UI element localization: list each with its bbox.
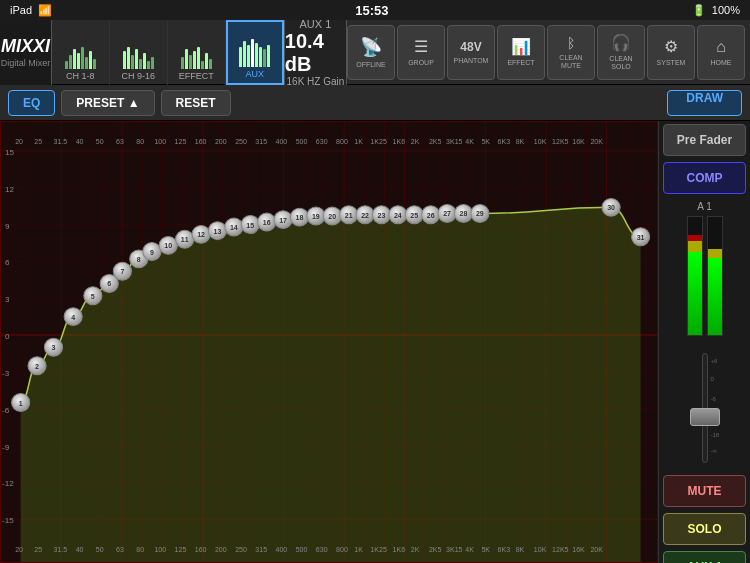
fader-handle[interactable] bbox=[690, 408, 720, 426]
logo-subtitle: Digital Mixer bbox=[1, 58, 51, 68]
fader-track-container[interactable]: +6 0 -6 -12 -18 -∞ bbox=[680, 348, 730, 468]
comp-label: COMP bbox=[687, 171, 723, 185]
svg-text:7: 7 bbox=[120, 268, 124, 275]
status-left: iPad 📶 bbox=[10, 4, 52, 17]
tab-aux[interactable]: AUX bbox=[226, 20, 284, 85]
fader-tick-top: +6 bbox=[711, 358, 718, 364]
svg-text:1K6: 1K6 bbox=[393, 546, 406, 553]
svg-text:1: 1 bbox=[19, 400, 23, 407]
svg-text:25: 25 bbox=[34, 546, 42, 553]
svg-text:25: 25 bbox=[410, 212, 418, 219]
tab-effect[interactable]: EFFECT bbox=[168, 20, 226, 85]
preset-btn[interactable]: PRESET ▲ bbox=[61, 90, 154, 116]
headphone-btn[interactable]: 🎧 CLEANSOLO bbox=[597, 25, 645, 80]
svg-text:12: 12 bbox=[197, 231, 205, 238]
group-btn[interactable]: ☰ GROUP bbox=[397, 25, 445, 80]
logo-section: MIXXI Digital Mixer bbox=[0, 20, 52, 85]
svg-text:250: 250 bbox=[235, 546, 247, 553]
svg-text:1K: 1K bbox=[354, 138, 363, 145]
svg-text:24: 24 bbox=[394, 212, 402, 219]
effect-btn[interactable]: 📊 EFFECT bbox=[497, 25, 545, 80]
reset-btn[interactable]: RESET bbox=[161, 90, 231, 116]
svg-text:1K6: 1K6 bbox=[393, 138, 406, 145]
svg-text:20K: 20K bbox=[590, 138, 603, 145]
system-label: SYSTEM bbox=[657, 59, 686, 67]
aux-sub: 16K HZ Gain bbox=[287, 76, 345, 87]
fader-tick-inf: -∞ bbox=[711, 448, 717, 454]
svg-text:25: 25 bbox=[34, 138, 42, 145]
tab-ch9-16[interactable]: CH 9-16 bbox=[110, 20, 168, 85]
bt-icon: ᛒ bbox=[567, 35, 575, 51]
bt-btn[interactable]: ᛒ CLEANMUTE bbox=[547, 25, 595, 80]
svg-text:23: 23 bbox=[378, 212, 386, 219]
svg-text:160: 160 bbox=[195, 138, 207, 145]
mute-label: MUTE bbox=[688, 484, 722, 498]
offline-btn[interactable]: 📡 OFFLINE bbox=[347, 25, 395, 80]
svg-text:10K: 10K bbox=[534, 138, 547, 145]
svg-text:31.5: 31.5 bbox=[53, 138, 67, 145]
tab-ch1-8[interactable]: CH 1-8 bbox=[52, 20, 110, 85]
offline-icon: 📡 bbox=[360, 36, 382, 58]
svg-text:10: 10 bbox=[164, 242, 172, 249]
phantom-btn[interactable]: 48V PHANTOM bbox=[447, 25, 495, 80]
svg-text:12: 12 bbox=[5, 185, 15, 194]
svg-text:16: 16 bbox=[263, 219, 271, 226]
svg-text:4K: 4K bbox=[465, 138, 474, 145]
draw-btn[interactable]: DRAW bbox=[667, 90, 742, 116]
svg-text:800: 800 bbox=[336, 138, 348, 145]
svg-text:30: 30 bbox=[607, 204, 615, 211]
svg-text:20: 20 bbox=[15, 138, 23, 145]
effect-label: EFFECT bbox=[507, 59, 534, 67]
tab-aux-label: AUX bbox=[246, 69, 265, 79]
svg-text:125: 125 bbox=[175, 138, 187, 145]
comp-btn[interactable]: COMP bbox=[663, 162, 746, 194]
fader-tick-m6: -6 bbox=[711, 396, 716, 402]
svg-text:5K: 5K bbox=[481, 138, 490, 145]
svg-text:-3: -3 bbox=[2, 369, 10, 378]
home-btn[interactable]: ⌂ HOME bbox=[697, 25, 745, 80]
svg-text:6: 6 bbox=[107, 280, 111, 287]
group-label: GROUP bbox=[408, 59, 434, 67]
svg-text:4K: 4K bbox=[465, 546, 474, 553]
svg-text:2K5: 2K5 bbox=[429, 138, 442, 145]
svg-text:31: 31 bbox=[637, 234, 645, 241]
eq-label: EQ bbox=[23, 96, 40, 110]
aux1-btn[interactable]: AUX 1 bbox=[663, 551, 746, 563]
home-label: HOME bbox=[711, 59, 732, 67]
svg-text:20: 20 bbox=[328, 213, 336, 220]
fader-section: +6 0 -6 -12 -18 -∞ bbox=[659, 344, 750, 472]
system-btn[interactable]: ⚙ SYSTEM bbox=[647, 25, 695, 80]
aux-db: 10.4 dB bbox=[285, 30, 346, 76]
svg-text:200: 200 bbox=[215, 546, 227, 553]
svg-text:2K: 2K bbox=[411, 138, 420, 145]
svg-text:12K5: 12K5 bbox=[552, 546, 569, 553]
svg-text:2: 2 bbox=[35, 363, 39, 370]
solo-btn[interactable]: SOLO bbox=[663, 513, 746, 545]
mute-btn[interactable]: MUTE bbox=[663, 475, 746, 507]
draw-label: DRAW bbox=[686, 91, 723, 105]
tab-ch9-16-label: CH 9-16 bbox=[122, 71, 156, 81]
vu-meter-1: + 6 3 0 - -6 ∞ bbox=[687, 216, 703, 336]
svg-text:400: 400 bbox=[276, 138, 288, 145]
svg-text:3K15: 3K15 bbox=[446, 546, 463, 553]
svg-text:250: 250 bbox=[235, 138, 247, 145]
aux-title: AUX 1 bbox=[300, 18, 332, 30]
svg-text:29: 29 bbox=[476, 211, 484, 218]
svg-text:2K: 2K bbox=[411, 546, 420, 553]
wifi-icon: 📶 bbox=[38, 4, 52, 17]
svg-text:-15: -15 bbox=[2, 516, 14, 525]
svg-text:31.5: 31.5 bbox=[53, 546, 67, 553]
svg-text:8: 8 bbox=[137, 256, 141, 263]
svg-text:21: 21 bbox=[345, 212, 353, 219]
offline-label: OFFLINE bbox=[356, 61, 386, 69]
svg-text:11: 11 bbox=[181, 236, 189, 243]
svg-text:100: 100 bbox=[154, 138, 166, 145]
svg-text:63: 63 bbox=[116, 546, 124, 553]
eq-btn[interactable]: EQ bbox=[8, 90, 55, 116]
svg-text:-9: -9 bbox=[2, 443, 10, 452]
svg-text:28: 28 bbox=[460, 211, 468, 218]
eq-chart-area[interactable]: 1234567891011121314151617181920212223242… bbox=[0, 121, 658, 563]
status-bar: iPad 📶 15:53 🔋 100% bbox=[0, 0, 750, 20]
svg-text:15: 15 bbox=[5, 148, 15, 157]
pre-fader-btn[interactable]: Pre Fader bbox=[663, 124, 746, 156]
